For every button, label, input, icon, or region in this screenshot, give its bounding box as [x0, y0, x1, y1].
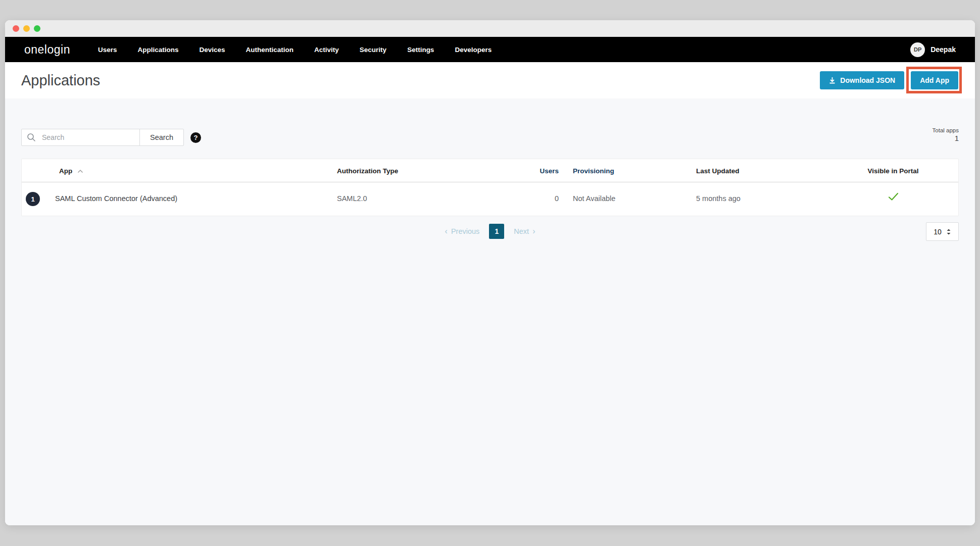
previous-page-button[interactable]: ‹ Previous [445, 227, 480, 235]
search-box: Search ? [21, 129, 201, 146]
column-header-app[interactable]: App [59, 167, 83, 175]
total-apps: Total apps 1 [933, 127, 959, 142]
nav-item-applications[interactable]: Applications [138, 46, 179, 54]
column-header-provisioning[interactable]: Provisioning [573, 167, 614, 175]
main-menu: Users Applications Devices Authenticatio… [98, 46, 492, 54]
sort-ascending-icon [77, 169, 83, 173]
page-size-value: 10 [934, 228, 942, 236]
cell-auth-type: SAML2.0 [337, 194, 367, 203]
user-menu[interactable]: DP Deepak [910, 42, 956, 57]
cell-users-count: 0 [456, 194, 559, 203]
table-header-row: App Authorization Type Users Provisionin… [22, 159, 958, 182]
header-buttons: Download JSON Add App [820, 71, 958, 89]
toolbar-row: Search ? Total apps 1 [21, 129, 959, 146]
app-index-badge: 1 [26, 192, 40, 206]
add-app-button[interactable]: Add App [911, 71, 958, 89]
download-icon [829, 77, 836, 84]
chevron-left-icon: ‹ [445, 227, 448, 235]
onelogin-logo: onelogin [24, 43, 70, 57]
column-header-users[interactable]: Users [456, 167, 559, 175]
top-navbar: onelogin Users Applications Devices Auth… [5, 37, 975, 62]
download-json-button[interactable]: Download JSON [820, 71, 904, 89]
spinner-arrows-icon [946, 228, 951, 235]
nav-item-security[interactable]: Security [360, 46, 386, 54]
user-avatar[interactable]: DP [910, 42, 925, 57]
total-apps-value: 1 [933, 134, 959, 142]
applications-table: App Authorization Type Users Provisionin… [21, 159, 959, 216]
page-size-select[interactable]: 10 [926, 222, 959, 241]
help-icon[interactable]: ? [190, 132, 201, 143]
nav-item-users[interactable]: Users [98, 46, 117, 54]
minimize-window-button[interactable] [23, 25, 30, 32]
chevron-right-icon: › [532, 227, 535, 235]
column-header-app-label: App [59, 167, 72, 175]
cell-provisioning: Not Available [573, 194, 615, 203]
nav-item-settings[interactable]: Settings [407, 46, 434, 54]
pager: ‹ Previous 1 Next › [21, 224, 959, 239]
add-app-label: Add App [920, 76, 949, 84]
nav-item-developers[interactable]: Developers [455, 46, 492, 54]
next-page-label: Next [514, 227, 529, 235]
close-window-button[interactable] [13, 25, 19, 32]
page-header: Applications Download JSON Add App [5, 62, 975, 98]
search-button[interactable]: Search [139, 129, 184, 146]
nav-item-devices[interactable]: Devices [200, 46, 225, 54]
nav-item-authentication[interactable]: Authentication [246, 46, 294, 54]
maximize-window-button[interactable] [34, 25, 40, 32]
cell-last-updated: 5 months ago [696, 194, 741, 203]
nav-item-activity[interactable]: Activity [314, 46, 339, 54]
column-header-visible-in-portal: Visible in Portal [850, 167, 936, 175]
previous-page-label: Previous [451, 227, 479, 235]
current-page-button[interactable]: 1 [489, 224, 504, 239]
visible-in-portal-check-icon [850, 192, 936, 203]
window-titlebar [5, 20, 975, 37]
next-page-button[interactable]: Next › [514, 227, 535, 235]
browser-window: onelogin Users Applications Devices Auth… [5, 20, 975, 525]
download-json-label: Download JSON [840, 76, 895, 84]
column-header-auth-type: Authorization Type [337, 167, 398, 175]
user-name[interactable]: Deepak [930, 45, 956, 54]
page-body: Search ? Total apps 1 App Authori [5, 98, 975, 525]
total-apps-label: Total apps [933, 127, 959, 133]
table-row[interactable]: 1 SAML Custom Connector (Advanced) SAML2… [22, 182, 958, 216]
pagination-row: ‹ Previous 1 Next › 10 [21, 222, 959, 241]
page-title: Applications [21, 72, 100, 89]
cell-app-name[interactable]: SAML Custom Connector (Advanced) [55, 194, 177, 203]
search-input[interactable] [21, 129, 140, 146]
column-header-last-updated: Last Updated [696, 167, 740, 175]
